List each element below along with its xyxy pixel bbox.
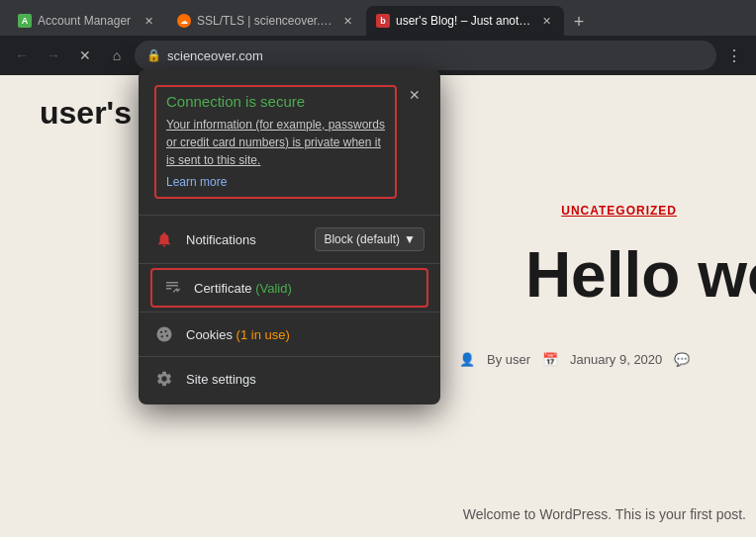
back-button[interactable]: ←	[8, 42, 36, 69]
notifications-select[interactable]: Block (default) ▼	[315, 227, 425, 251]
cookies-row[interactable]: Cookies (1 in use)	[139, 316, 440, 352]
date-icon: 📅	[542, 352, 558, 367]
tab-account-manager[interactable]: A Account Manager ✕	[8, 6, 166, 36]
popup-divider-2	[139, 263, 440, 264]
dropdown-arrow-icon: ▼	[404, 232, 416, 246]
extensions-button[interactable]: ⋮	[720, 42, 748, 69]
new-tab-button[interactable]: +	[565, 8, 593, 36]
certificate-label: Certificate (Valid)	[194, 281, 417, 296]
learn-more-link[interactable]: Learn more	[166, 173, 385, 191]
site-settings-row[interactable]: Site settings	[139, 361, 440, 397]
certificate-box: Certificate (Valid)	[150, 268, 428, 308]
date-text: January 9, 2020	[570, 352, 662, 367]
tab-title-3: user's Blog! – Just another WordP	[396, 14, 532, 28]
desc-part1: Your information (for example,	[166, 118, 329, 132]
tab-close-2[interactable]: ✕	[339, 13, 355, 29]
notifications-value: Block (default)	[324, 232, 400, 246]
tab-favicon-1: A	[18, 14, 32, 28]
reload-button[interactable]: ✕	[71, 42, 99, 69]
author-text: By user	[487, 352, 530, 367]
popup-close-button[interactable]: ✕	[405, 85, 425, 105]
tab-favicon-3: b	[376, 14, 390, 28]
connection-title: Connection is secure	[166, 93, 385, 110]
home-button[interactable]: ⌂	[103, 42, 131, 69]
forward-button[interactable]: →	[40, 42, 67, 69]
svg-point-0	[157, 327, 172, 342]
svg-point-3	[166, 334, 168, 336]
address-bar[interactable]: 🔒 scienceover.com	[135, 41, 716, 70]
url-text: scienceover.com	[167, 48, 705, 63]
site-settings-icon	[154, 369, 174, 389]
author-icon: 👤	[459, 352, 475, 367]
certificate-icon	[162, 278, 182, 298]
tab-close-3[interactable]: ✕	[538, 13, 554, 29]
browser-chrome: A Account Manager ✕ ☁ SSL/TLS | scienceo…	[0, 0, 756, 75]
cookies-count: (1 in use)	[236, 327, 290, 342]
svg-point-4	[161, 335, 163, 337]
svg-point-2	[164, 330, 166, 332]
connection-desc: Your information (for example, passwords…	[166, 116, 385, 191]
desc-part2: or credit card numbers) is private when …	[166, 135, 381, 167]
notifications-row[interactable]: Notifications Block (default) ▼	[139, 220, 440, 259]
connection-secure-box: Connection is secure Your information (f…	[154, 85, 397, 199]
tab-close-1[interactable]: ✕	[141, 13, 156, 29]
post-category: UNCATEGORIZED	[561, 204, 677, 218]
tab-title-1: Account Manager	[38, 14, 135, 28]
tab-ssl[interactable]: ☁ SSL/TLS | scienceover.com | Acco ✕	[167, 6, 365, 36]
comment-icon: 💬	[674, 352, 690, 367]
popup-divider-4	[139, 356, 440, 357]
tab-favicon-2: ☁	[177, 14, 191, 28]
tab-bar: A Account Manager ✕ ☁ SSL/TLS | scienceo…	[0, 0, 756, 36]
lock-icon: 🔒	[146, 48, 161, 62]
site-settings-label: Site settings	[186, 372, 425, 387]
desc-underline: passwords	[329, 118, 385, 132]
tab-blog[interactable]: b user's Blog! – Just another WordP ✕	[366, 6, 564, 36]
security-popup: Connection is secure Your information (f…	[139, 69, 440, 404]
post-title: Hello wo	[525, 238, 756, 312]
welcome-text: Welcome to WordPress. This is your first…	[463, 506, 746, 522]
notifications-icon	[154, 229, 174, 249]
popup-divider-3	[139, 312, 440, 313]
certificate-valid: (Valid)	[255, 281, 292, 296]
notifications-label: Notifications	[186, 232, 303, 247]
certificate-row[interactable]: Certificate (Valid)	[152, 270, 426, 306]
post-meta: 👤 By user 📅 January 9, 2020 💬	[459, 352, 756, 367]
tab-title-2: SSL/TLS | scienceover.com | Acco	[197, 14, 333, 28]
svg-point-1	[160, 331, 162, 333]
cookies-icon	[154, 324, 174, 344]
popup-header: Connection is secure Your information (f…	[139, 85, 440, 211]
cookies-label: Cookies (1 in use)	[186, 327, 425, 342]
popup-divider-1	[139, 215, 440, 216]
